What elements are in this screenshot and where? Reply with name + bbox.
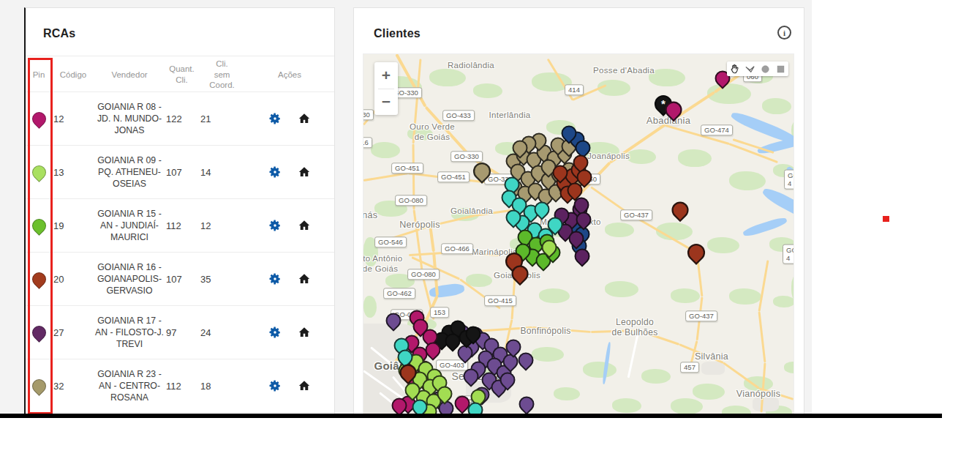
map-green-patch [773,296,794,307]
column-header-cli-sem-coord: Cli. sem Coord. [199,59,245,92]
quant-cli-cell: 107 [165,167,199,178]
pin-cell [26,219,52,233]
rca-table-header: PinCódigoVendedorQuant. Cli.Cli. sem Coo… [26,58,334,92]
row-pin-icon [29,323,49,343]
rectangle-select-icon[interactable] [773,61,788,76]
column-header-quant-cli: Quant. Cli. [165,64,199,86]
client-map-pin[interactable] [684,240,709,265]
circle-select-icon[interactable] [758,61,773,76]
config-gear-button[interactable] [268,379,282,392]
map-road-shield: 153 [430,307,449,318]
table-row[interactable]: 13GOIANIA R 09 - PQ. ATHENEU-OSEIAS10714 [26,146,334,199]
home-button[interactable] [298,379,311,392]
cli-sem-coord-cell: 35 [199,274,245,285]
table-row[interactable]: 27GOIANIA R 17 - AN - FILOSTO-J. TREVI97… [26,306,334,359]
map-green-patch [671,288,700,303]
clientes-panel-title: Clientes [374,27,421,40]
map-green-patch [539,288,570,303]
quant-cli-cell: 112 [165,381,199,392]
home-button[interactable] [298,326,311,339]
pin-cell [26,326,52,340]
table-row[interactable]: 20GOIANIA R 16 - GOIANAPOLIS-GERVASIO107… [26,253,334,306]
map-water-body [429,283,465,299]
map-urban-area [701,362,725,375]
map-road-shield: GO-330 [451,151,483,162]
zoom-out-button[interactable]: − [374,89,398,116]
map-green-patch [671,398,703,414]
map-road-shield: GO-416 [363,137,372,148]
map-green-patch [532,347,564,362]
cli-sem-coord-cell: 18 [199,381,245,392]
rca-table-body: 12GOIANIA R 08 - JD. N. MUNDO-JONAS12221… [26,92,334,413]
map-road-shield: GO-330 [363,109,374,120]
info-icon[interactable]: i [777,26,791,40]
cli-sem-coord-cell: 24 [199,327,245,338]
zoom-in-button[interactable]: + [374,62,398,89]
acoes-cell [245,326,334,339]
clientes-map[interactable]: RadiolândiaPosse d'AbadiaInterlândiaOuro… [363,53,794,416]
map-road-shield: GO-546 [374,236,407,247]
table-row[interactable]: 19GOIANIA R 15 - AN - JUNDIAÍ-MAURICI112… [26,199,334,253]
codigo-cell: 27 [52,327,94,338]
home-button[interactable] [298,219,311,232]
polygon-select-icon[interactable] [742,61,758,76]
home-button[interactable] [298,272,311,286]
map-green-patch [784,362,794,373]
codigo-cell: 19 [52,220,94,231]
column-header-pin: Pin [26,70,52,81]
config-gear-button[interactable] [268,219,282,232]
map-road-shield: GO-080 [407,269,440,280]
map-road-shield: GO-415 [484,295,516,306]
column-header-codigo: Código [52,70,94,81]
quant-cli-cell: 122 [165,113,199,124]
map-road-major [758,260,769,312]
client-map-pin[interactable] [516,393,538,415]
bottom-black-line-annotation [0,414,942,418]
map-town-label: Leopoldo de Bulhões [611,317,657,338]
map-green-patch [554,387,580,400]
vendedor-cell: GOIANIA R 08 - JD. N. MUNDO-JONAS [94,101,165,137]
vendedor-cell: GOIANIA R 09 - PQ. ATHENEU-OSEIAS [94,154,165,190]
map-road-shield: GO-4 [784,170,794,190]
cli-sem-coord-cell: 21 [199,113,245,124]
map-green-patch [678,149,712,167]
config-gear-button[interactable] [268,272,282,286]
vendedor-cell: GOIANIA R 17 - AN - FILOSTO-J. TREVI [94,315,165,351]
config-gear-button[interactable] [268,112,282,125]
table-row[interactable]: 12GOIANIA R 08 - JD. N. MUNDO-JONAS12221 [26,92,334,146]
rcas-panel-title: RCAs [43,27,75,40]
map-town-label: oianás [363,210,377,221]
pan-hand-icon[interactable] [727,61,742,76]
table-row[interactable]: 32GOIANIA R 23 - AN - CENTRO-ROSANA11218 [26,359,334,413]
row-pin-icon [29,376,49,396]
acoes-cell [245,219,334,232]
config-gear-button[interactable] [268,326,282,339]
column-header-acoes: Ações [245,70,334,81]
map-road-minor [627,334,639,378]
map-green-patch [473,83,502,98]
map-water-body [742,216,788,239]
column-header-vendedor: Vendedor [94,70,165,81]
home-button[interactable] [298,165,311,179]
map-draw-toolbar [727,61,788,76]
codigo-cell: 13 [52,167,94,178]
map-green-patch [363,296,377,318]
map-road-major [723,362,760,389]
map-town-label: Silvânia [695,351,728,362]
cli-sem-coord-cell: 14 [199,167,245,178]
pin-cell [26,165,52,179]
map-town-label: nto Antônio de Goiás [363,254,402,275]
client-map-pin[interactable] [668,198,693,223]
map-town-label: Posse d'Abadia [593,66,655,76]
config-gear-button[interactable] [268,165,282,179]
acoes-cell [245,272,334,286]
vendedor-cell: GOIANIA R 16 - GOIANAPOLIS-GERVASIO [94,261,165,297]
map-green-patch [693,384,725,400]
map-road-shield: GO-433 [442,110,475,121]
map-town-label: Nerópolis [399,220,440,231]
pin-cell [26,379,52,393]
quant-cli-cell: 112 [165,220,199,231]
home-button[interactable] [298,112,311,125]
map-town-label: Joanápolis [587,152,630,162]
map-green-patch [583,362,617,378]
